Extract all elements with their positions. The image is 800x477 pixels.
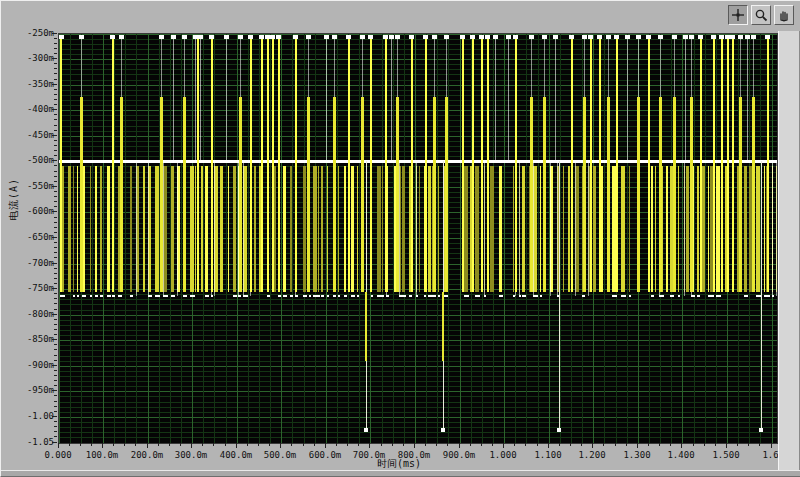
mid-pulse: [607, 97, 610, 292]
y-tick-mark: [54, 196, 57, 197]
y-tick-mark: [52, 33, 57, 34]
tall-pulse-marker: [383, 35, 388, 39]
y-tick-mark: [54, 334, 57, 335]
bottom-marker-dash: [112, 295, 115, 297]
bottom-panel-strip: [1, 470, 800, 476]
y-tick-mark: [54, 217, 57, 218]
bottom-marker-dash: [190, 295, 195, 297]
dense-band-bar: [318, 166, 319, 292]
grid-vline-minor: [125, 34, 126, 443]
white-event-line: [195, 38, 196, 161]
grid-hline-minor: [59, 371, 777, 372]
grid-hline-minor: [59, 69, 777, 70]
grid-hline-minor: [59, 422, 777, 423]
cursor-tool-button[interactable]: [728, 5, 748, 25]
tall-pulse-marker: [765, 35, 770, 39]
y-tick-mark: [52, 109, 57, 110]
pan-tool-button[interactable]: [774, 5, 794, 25]
y-tick-mark: [54, 206, 57, 207]
bottom-marker-dash: [171, 295, 175, 297]
bottom-marker-dash: [344, 295, 347, 297]
dense-band-bar: [708, 166, 709, 292]
grid-vline-minor: [705, 34, 706, 443]
dense-band-bar: [402, 166, 405, 292]
grid-hline-major: [59, 59, 777, 60]
x-tick-mark: [603, 443, 604, 446]
y-tick-mark: [54, 406, 57, 407]
grid-hline-major: [59, 34, 777, 35]
mid-pulse: [333, 97, 336, 292]
y-tick-mark: [54, 431, 57, 432]
grid-hline-minor: [59, 432, 777, 433]
mid-pulse-marker: [360, 35, 365, 39]
x-tick-mark: [592, 443, 593, 448]
y-tick-mark: [52, 211, 57, 212]
grid-vline-minor: [526, 34, 527, 443]
y-tick-label: -400m: [14, 104, 54, 114]
dense-band-bar: [220, 166, 223, 292]
dense-band-bar: [464, 166, 468, 292]
x-tick-mark: [169, 443, 170, 446]
mid-pulse: [120, 97, 123, 292]
y-tick-mark: [54, 232, 57, 233]
white-transition-line: [772, 161, 773, 296]
dense-band-bar: [475, 166, 479, 292]
x-tick-mark: [80, 443, 81, 446]
grid-hline-major: [59, 391, 777, 392]
tall-pulse: [425, 38, 427, 292]
grid-hline-minor: [59, 304, 777, 305]
x-tick-mark: [470, 443, 471, 446]
tall-pulse-marker: [248, 35, 253, 39]
tall-pulse: [370, 38, 372, 292]
white-transition-line: [550, 161, 551, 296]
y-tick-mark: [54, 370, 57, 371]
bottom-marker-dash: [82, 295, 86, 297]
dense-band-bar: [351, 166, 354, 292]
mid-pulse-marker: [332, 35, 337, 39]
x-tick-mark: [581, 443, 582, 446]
y-tick-mark: [54, 150, 57, 151]
bottom-marker-dash: [338, 295, 340, 297]
x-tick-mark: [626, 443, 627, 446]
white-event-marker: [553, 35, 558, 39]
x-tick-mark: [503, 443, 504, 448]
grid-vline-minor: [203, 34, 204, 443]
grid-hline-minor: [59, 402, 777, 403]
x-tick-mark: [158, 443, 159, 446]
grid-hline-minor: [59, 90, 777, 91]
magnifier-icon: [754, 8, 768, 22]
bottom-marker-dash: [651, 295, 654, 297]
x-tick-mark: [325, 443, 326, 448]
bottom-marker-dash: [60, 295, 65, 297]
x-tick-mark: [514, 443, 515, 446]
bottom-marker-dash: [327, 295, 329, 297]
tall-pulse-marker: [293, 35, 298, 39]
y-tick-label: -550m: [14, 181, 54, 191]
dense-band-bar: [313, 166, 317, 292]
y-tick-mark: [54, 119, 57, 120]
white-event-marker: [224, 35, 229, 39]
y-tick-mark: [54, 411, 57, 412]
x-tick-mark: [124, 443, 125, 446]
y-tick-mark: [54, 252, 57, 253]
y-tick-mark: [54, 63, 57, 64]
mid-pulse-marker: [529, 35, 534, 39]
waveform-plot-area[interactable]: [58, 33, 778, 444]
mid-pulse: [583, 97, 586, 292]
deep-drop-marker: [441, 428, 445, 432]
x-tick-mark: [381, 443, 382, 446]
grid-hline-major: [59, 85, 777, 86]
x-tick-label: 1.000: [478, 450, 528, 460]
tall-pulse-marker: [569, 35, 574, 39]
white-transition-line: [136, 161, 137, 296]
grid-hline-minor: [59, 386, 777, 387]
grid-hline-minor: [59, 345, 777, 346]
x-tick-mark: [748, 443, 749, 446]
tall-pulse: [411, 38, 413, 292]
bottom-marker-dash: [303, 295, 307, 297]
x-tick-label: 1.300: [612, 450, 662, 460]
zoom-tool-button[interactable]: [751, 5, 771, 25]
tall-pulse-marker: [259, 35, 264, 39]
deep-drop-marker: [557, 428, 561, 432]
grid-hline-minor: [59, 120, 777, 121]
